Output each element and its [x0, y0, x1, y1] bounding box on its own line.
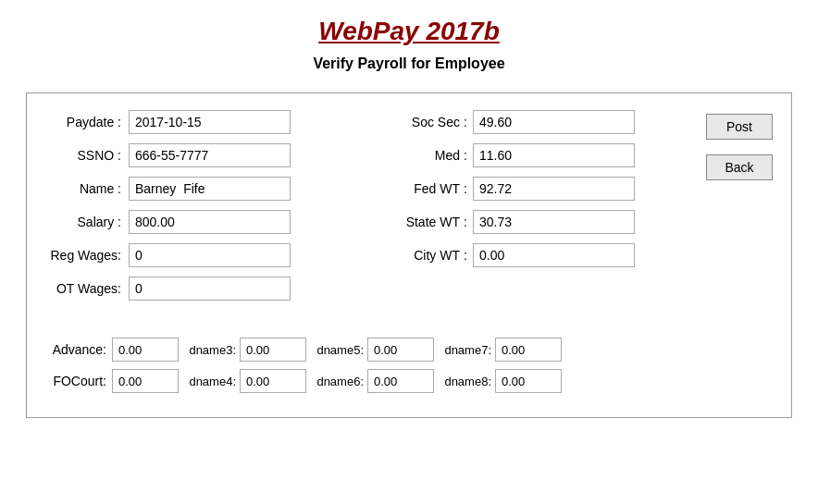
dname3-input[interactable] [240, 338, 306, 362]
soc-sec-colon: : [464, 115, 473, 129]
right-column: Post Back [680, 110, 773, 310]
post-button[interactable]: Post [706, 114, 773, 140]
advance-input[interactable] [112, 338, 179, 362]
advance-label: Advance: [45, 342, 112, 357]
soc-sec-row: Soc Sec : [397, 110, 680, 134]
reg-wages-input[interactable] [129, 243, 291, 267]
med-input[interactable] [473, 143, 635, 167]
city-wt-label: City WT [397, 248, 464, 263]
dname8-input[interactable] [495, 369, 562, 393]
left-column: Paydate : SSNO : Name : Salary : Reg Wag… [45, 110, 388, 310]
name-input[interactable] [129, 177, 291, 201]
city-wt-row: City WT : [397, 243, 680, 267]
fed-wt-row: Fed WT : [397, 177, 680, 201]
fed-wt-input[interactable] [473, 177, 635, 201]
city-wt-colon: : [464, 248, 473, 263]
dname5-input[interactable] [367, 338, 434, 362]
state-wt-row: State WT : [397, 210, 680, 234]
mid-column: Soc Sec : Med : Fed WT : State WT : City… [388, 110, 680, 310]
dname8-label: dname8: [440, 375, 495, 388]
soc-sec-label: Soc Sec [397, 115, 464, 129]
med-label: Med [397, 148, 464, 163]
paydate-input[interactable] [129, 110, 291, 134]
page-subtitle: Verify Payroll for Employee [0, 55, 818, 72]
med-row: Med : [397, 143, 680, 167]
dname6-label: dname6: [312, 375, 367, 388]
advance-row: Advance: dname3: dname5: dname7: [45, 338, 773, 362]
ot-wages-input[interactable] [129, 277, 291, 301]
focourt-label: FOCourt: [45, 374, 112, 388]
state-wt-colon: : [464, 215, 473, 229]
app-title: WebPay 2017b [0, 17, 818, 46]
fed-wt-colon: : [464, 181, 473, 196]
paydate-label: Paydate : [45, 115, 129, 129]
paydate-row: Paydate : [45, 110, 388, 134]
dname6-input[interactable] [367, 369, 434, 393]
fed-wt-label: Fed WT [397, 181, 464, 196]
back-button[interactable]: Back [706, 154, 773, 180]
name-row: Name : [45, 177, 388, 201]
dname4-input[interactable] [240, 369, 306, 393]
soc-sec-input[interactable] [473, 110, 635, 134]
ssno-input[interactable] [129, 143, 291, 167]
state-wt-input[interactable] [473, 210, 635, 234]
form-container: Paydate : SSNO : Name : Salary : Reg Wag… [26, 92, 792, 418]
ssno-row: SSNO : [45, 143, 388, 167]
salary-label: Salary : [45, 215, 129, 229]
name-label: Name : [45, 181, 129, 196]
ot-wages-label: OT Wages: [45, 281, 129, 296]
dname7-label: dname7: [440, 343, 495, 357]
focourt-input[interactable] [112, 369, 179, 393]
focourt-row: FOCourt: dname4: dname6: dname8: [45, 369, 773, 393]
med-colon: : [464, 148, 473, 163]
salary-row: Salary : [45, 210, 388, 234]
state-wt-label: State WT [397, 215, 464, 229]
bottom-section: Advance: dname3: dname5: dname7: FOCourt… [45, 328, 773, 393]
reg-wages-label: Reg Wages: [45, 248, 129, 263]
reg-wages-row: Reg Wages: [45, 243, 388, 267]
dname3-label: dname3: [184, 343, 240, 357]
dname4-label: dname4: [184, 375, 240, 388]
ot-wages-row: OT Wages: [45, 277, 388, 301]
dname7-input[interactable] [495, 338, 562, 362]
city-wt-input[interactable] [473, 243, 635, 267]
salary-input[interactable] [129, 210, 291, 234]
dname5-label: dname5: [312, 343, 367, 357]
ssno-label: SSNO : [45, 148, 129, 163]
